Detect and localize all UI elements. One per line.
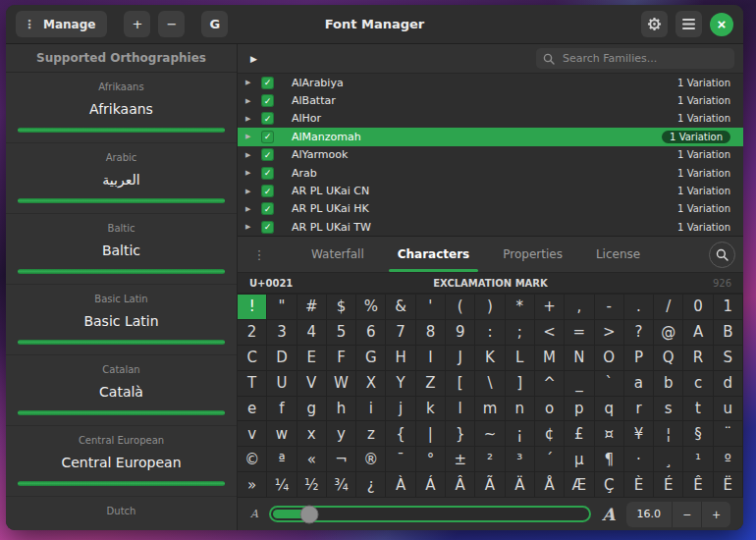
charmap-cell[interactable]: k xyxy=(416,397,445,421)
charmap-cell[interactable]: + xyxy=(535,295,564,319)
charmap-cell[interactable]: u xyxy=(714,397,742,421)
charmap-cell[interactable]: W xyxy=(327,371,355,396)
font-enabled-checkbox[interactable]: ✓ xyxy=(261,202,274,215)
charmap-cell[interactable]: ~ xyxy=(475,421,504,446)
charmap-cell[interactable]: © xyxy=(238,447,266,471)
manage-button[interactable]: ⋮ Manage xyxy=(16,11,107,37)
charmap-cell[interactable]: i xyxy=(356,397,385,421)
charmap-cell[interactable]: ! xyxy=(238,295,266,319)
charmap-cell[interactable]: f xyxy=(267,397,296,421)
charmap-cell[interactable]: _ xyxy=(565,371,593,396)
charmap-cell[interactable]: ¸ xyxy=(654,447,682,471)
font-family-row[interactable]: ▶ ✓ AR PL UKai HK 1 Variation xyxy=(238,200,743,218)
charmap-cell[interactable]: Ë xyxy=(714,472,742,497)
preview-tab[interactable]: Characters xyxy=(381,237,487,272)
charmap-cell[interactable]: ^ xyxy=(535,371,564,396)
charmap-cell[interactable]: N xyxy=(565,346,593,370)
charmap-cell[interactable]: c xyxy=(683,371,712,396)
charmap-cell[interactable]: ¹ xyxy=(683,447,712,471)
font-enabled-checkbox[interactable]: ✓ xyxy=(261,148,274,161)
charmap-cell[interactable]: [ xyxy=(446,371,474,396)
charmap-cell[interactable]: e xyxy=(238,397,266,421)
font-size-slider[interactable] xyxy=(269,506,591,522)
charmap-cell[interactable]: x xyxy=(297,421,326,446)
charmap-cell[interactable]: { xyxy=(386,421,414,446)
orthography-item[interactable]: Dutch xyxy=(6,497,237,530)
charmap-cell[interactable]: y xyxy=(327,421,355,446)
charmap-cell[interactable]: ´ xyxy=(535,447,564,471)
search-families-input[interactable] xyxy=(561,51,728,66)
charmap-cell[interactable]: S xyxy=(714,346,742,370)
charmap-cell[interactable]: b xyxy=(654,371,682,396)
orthography-item[interactable]: Basic Latin Basic Latin xyxy=(6,285,237,355)
charmap-cell[interactable]: » xyxy=(238,472,266,497)
font-enabled-checkbox[interactable]: ✓ xyxy=(261,112,274,125)
charmap-cell[interactable]: 4 xyxy=(297,320,326,345)
font-family-row[interactable]: ▶ ✓ AR PL UKai TW 1 Variation xyxy=(238,218,743,236)
charmap-cell[interactable]: | xyxy=(416,421,445,446)
orthography-item[interactable]: Arabic العربية xyxy=(6,143,237,214)
charmap-cell[interactable]: w xyxy=(267,421,296,446)
charmap-cell[interactable]: Z xyxy=(416,371,445,396)
charmap-cell[interactable]: · xyxy=(624,447,653,471)
charmap-cell[interactable]: , xyxy=(565,295,593,319)
charmap-cell[interactable]: « xyxy=(297,447,326,471)
charmap-cell[interactable]: ° xyxy=(416,447,445,471)
charmap-cell[interactable]: < xyxy=(535,320,564,345)
charmap-cell[interactable]: d xyxy=(714,371,742,396)
settings-button[interactable] xyxy=(641,11,668,37)
charmap-cell[interactable]: Å xyxy=(535,472,564,497)
charmap-cell[interactable]: T xyxy=(238,371,266,396)
font-enabled-checkbox[interactable]: ✓ xyxy=(261,131,274,143)
charmap-cell[interactable]: ¶ xyxy=(595,447,623,471)
charmap-cell[interactable]: 9 xyxy=(446,320,474,345)
charmap-cell[interactable]: Y xyxy=(386,371,414,396)
charmap-cell[interactable]: 7 xyxy=(386,320,414,345)
charmap-cell[interactable]: q xyxy=(595,397,623,421)
charmap-cell[interactable]: ¯ xyxy=(386,447,414,471)
charmap-cell[interactable]: > xyxy=(595,320,623,345)
charmap-cell[interactable]: ¥ xyxy=(624,421,653,446)
charmap-cell[interactable]: Â xyxy=(446,472,474,497)
charmap-cell[interactable]: s xyxy=(654,397,682,421)
charmap-cell[interactable]: B xyxy=(714,320,742,345)
charmap-cell[interactable]: Á xyxy=(416,472,445,497)
charmap-cell[interactable]: X xyxy=(356,371,385,396)
charmap-cell[interactable]: & xyxy=(386,295,414,319)
charmap-cell[interactable]: j xyxy=(386,397,414,421)
charmap-cell[interactable]: n xyxy=(506,397,534,421)
charmap-cell[interactable]: z xyxy=(356,421,385,446)
expander-icon[interactable]: ▶ xyxy=(245,151,257,159)
charmap-cell[interactable]: ¬ xyxy=(327,447,355,471)
font-family-row[interactable]: ▶ ✓ Arab 1 Variation xyxy=(238,164,743,182)
charmap-cell[interactable]: ± xyxy=(446,447,474,471)
charmap-cell[interactable]: Æ xyxy=(565,472,593,497)
charmap-cell[interactable]: Ã xyxy=(475,472,504,497)
charmap-cell[interactable]: ) xyxy=(475,295,504,319)
search-families-entry[interactable] xyxy=(536,48,734,69)
charmap-cell[interactable]: ] xyxy=(506,371,534,396)
orthography-item[interactable]: Catalan Català xyxy=(6,355,237,426)
expander-icon[interactable]: ▶ xyxy=(245,97,257,105)
charmap-cell[interactable]: v xyxy=(238,421,266,446)
charmap-cell[interactable]: F xyxy=(327,346,355,370)
expander-icon[interactable]: ▶ xyxy=(245,169,257,177)
charmap-cell[interactable]: Ê xyxy=(683,472,712,497)
charmap-cell[interactable]: ( xyxy=(446,295,474,319)
charmap-cell[interactable]: ª xyxy=(267,447,296,471)
charmap-cell[interactable]: ¡ xyxy=(506,421,534,446)
charmap-cell[interactable]: ² xyxy=(475,447,504,471)
charmap-cell[interactable]: È xyxy=(624,472,653,497)
charmap-cell[interactable]: : xyxy=(475,320,504,345)
character-search-button[interactable] xyxy=(709,242,735,268)
slider-handle[interactable] xyxy=(299,505,318,523)
font-enabled-checkbox[interactable]: ✓ xyxy=(261,185,274,197)
preview-tab[interactable]: Waterfall xyxy=(295,237,381,272)
font-family-row[interactable]: ▶ ✓ AlHor 1 Variation xyxy=(238,110,743,128)
remove-fonts-button[interactable]: − xyxy=(158,11,185,37)
charmap-cell[interactable]: * xyxy=(506,295,534,319)
charmap-cell[interactable]: @ xyxy=(654,320,682,345)
expander-icon[interactable]: ▶ xyxy=(245,223,257,231)
charmap-cell[interactable]: ? xyxy=(624,320,653,345)
charmap-cell[interactable]: " xyxy=(267,295,296,319)
